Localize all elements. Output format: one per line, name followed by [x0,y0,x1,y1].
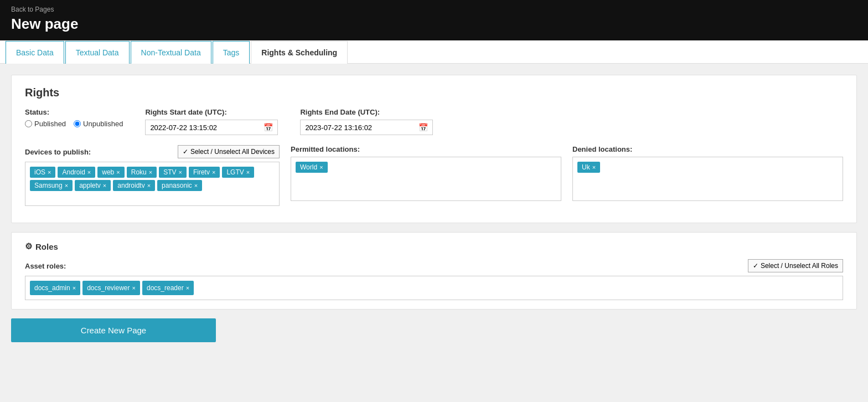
device-tag-stv: STV× [159,167,187,178]
remove-uk-icon[interactable]: × [592,164,596,171]
remove-ios-icon[interactable]: × [48,169,51,176]
device-tag-samsung: Samsung× [30,180,73,191]
unpublished-radio[interactable]: Unpublished [74,120,123,128]
permitted-tags-box: World× [291,157,561,201]
radio-group: Published Unpublished [25,120,123,128]
page-title: New page [11,16,857,33]
status-label: Status: [25,108,123,116]
device-tag-androidtv: androidtv× [113,180,155,191]
rights-end-calendar-icon[interactable]: 📅 [418,123,428,132]
select-all-devices-button[interactable]: ✓ Select / Unselect All Devices [178,145,280,158]
select-all-roles-button[interactable]: ✓ Select / Unselect All Roles [748,259,843,272]
remove-firetv-icon[interactable]: × [212,169,215,176]
rights-start-input-wrap: 📅 [145,120,278,135]
permitted-label: Permitted locations: [291,145,561,153]
roles-header: Asset roles: ✓ Select / Unselect All Rol… [25,259,843,272]
rights-title: Rights [25,86,843,99]
device-tag-appletv: appletv× [75,180,111,191]
rights-end-input-wrap: 📅 [300,120,433,135]
remove-android-icon[interactable]: × [87,169,91,176]
remove-world-icon[interactable]: × [319,164,323,171]
devices-header: Devices to publish: ✓ Select / Unselect … [25,145,280,158]
status-group: Status: Published Unpublished [25,108,123,128]
gear-icon: ⚙ [25,241,32,251]
remove-androidtv-icon[interactable]: × [147,182,151,189]
rights-start-group: Rights Start date (UTC): 📅 [145,108,278,135]
published-label: Published [34,120,66,128]
roles-tags-box: docs_admin× docs_reviewer× docs_reader× [25,276,843,300]
tab-textual-data[interactable]: Textual Data [65,41,130,64]
denied-tags-box: Uk× [572,157,843,201]
device-tag-panasonic: panasonic× [157,180,202,191]
denied-label: Denied locations: [572,145,843,153]
roles-title: ⚙ Roles [25,241,843,251]
main-content: Rights Status: Published Unpublished Ri [0,64,868,390]
tab-tags[interactable]: Tags [213,41,250,64]
tabs-bar: Basic Data Textual Data Non-Textual Data… [0,40,868,64]
denied-tag-uk: Uk× [577,162,600,173]
status-dates-row: Status: Published Unpublished Rights Sta… [25,108,843,135]
remove-lgtv-icon[interactable]: × [246,169,250,176]
rights-end-label: Rights End Date (UTC): [300,108,433,116]
header: Back to Pages New page [0,0,868,40]
device-tag-lgtv: LGTV× [222,167,254,178]
rights-end-group: Rights End Date (UTC): 📅 [300,108,433,135]
role-tag-docs-admin: docs_admin× [30,281,80,295]
unpublished-radio-input[interactable] [74,120,81,127]
denied-locations-col: Denied locations: Uk× [572,145,843,201]
device-tag-android: Android× [58,167,95,178]
select-all-roles-label: Select / Unselect All Roles [761,262,838,270]
locations-row: Devices to publish: ✓ Select / Unselect … [25,145,843,206]
remove-docs-reviewer-icon[interactable]: × [132,285,136,291]
checkbox-icon: ✓ [183,148,188,156]
tab-non-textual-data[interactable]: Non-Textual Data [131,41,211,64]
role-tag-docs-reviewer: docs_reviewer× [82,281,140,295]
remove-stv-icon[interactable]: × [179,169,182,176]
roles-section: ⚙ Roles Asset roles: ✓ Select / Unselect… [11,232,857,310]
checkbox-roles-icon: ✓ [753,262,758,270]
device-tag-ios: iOS× [30,167,55,178]
unpublished-label: Unpublished [83,120,123,128]
remove-roku-icon[interactable]: × [149,169,152,176]
permitted-locations-col: Permitted locations: World× [291,145,561,201]
select-all-devices-label: Select / Unselect All Devices [190,148,275,156]
rights-start-input[interactable] [150,123,264,132]
asset-roles-label: Asset roles: [25,262,66,270]
create-new-page-button[interactable]: Create New Page [11,318,216,342]
device-tag-firetv: Firetv× [189,167,220,178]
devices-col: Devices to publish: ✓ Select / Unselect … [25,145,280,206]
device-tag-web: web× [97,167,124,178]
devices-tags-box: iOS× Android× web× Roku× STV× Firetv× LG… [25,162,280,206]
published-radio[interactable]: Published [25,120,66,128]
published-radio-input[interactable] [25,120,32,127]
back-to-pages-link[interactable]: Back to Pages [11,6,857,13]
remove-web-icon[interactable]: × [116,169,120,176]
tab-basic-data[interactable]: Basic Data [6,41,64,64]
remove-docs-reader-icon[interactable]: × [186,285,189,291]
tab-rights-scheduling[interactable]: Rights & Scheduling [251,41,348,64]
remove-samsung-icon[interactable]: × [65,182,68,189]
remove-appletv-icon[interactable]: × [103,182,106,189]
remove-docs-admin-icon[interactable]: × [73,285,76,291]
device-tag-roku: Roku× [127,167,157,178]
permitted-tag-world: World× [296,162,328,173]
rights-end-input[interactable] [305,123,418,132]
rights-section: Rights Status: Published Unpublished Ri [11,75,857,223]
remove-panasonic-icon[interactable]: × [194,182,198,189]
rights-start-label: Rights Start date (UTC): [145,108,278,116]
devices-label: Devices to publish: [25,148,91,156]
role-tag-docs-reader: docs_reader× [142,281,194,295]
rights-start-calendar-icon[interactable]: 📅 [264,123,273,132]
